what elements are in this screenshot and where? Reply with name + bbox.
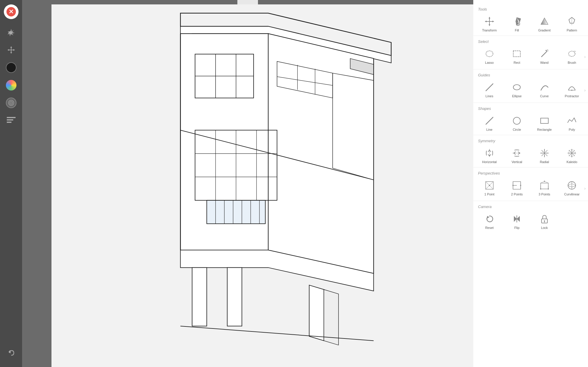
sym-horizontal-label: Horizontal	[482, 160, 497, 164]
back-button[interactable]	[4, 4, 19, 19]
drawing-canvas[interactable]	[51, 4, 473, 367]
tool-rect-select[interactable]: Rect	[503, 46, 531, 67]
tool-1point[interactable]: 1 Point	[476, 177, 503, 198]
curve-label: Curve	[540, 94, 549, 98]
svg-line-105	[573, 150, 575, 152]
camera-lock-icon	[539, 213, 550, 225]
tool-camera-reset[interactable]: Reset	[476, 211, 503, 232]
tool-protractor[interactable]: Protractor	[558, 79, 586, 100]
wand-label: Wand	[540, 61, 549, 64]
circle-label: Circle	[513, 128, 521, 131]
tool-curve[interactable]: Curve	[531, 79, 558, 100]
divider-6	[473, 201, 588, 201]
tool-poly[interactable]: Poly	[558, 113, 586, 134]
svg-rect-66	[513, 51, 520, 57]
svg-line-106	[569, 154, 571, 156]
shapes-section-grid: Line Circle Rectangle	[473, 113, 588, 134]
tool-camera-lock[interactable]: Lock	[531, 211, 558, 232]
back-icon	[9, 9, 14, 14]
wand-icon	[539, 48, 550, 60]
poly-label: Poly	[569, 128, 575, 131]
color-swatch-black	[6, 62, 16, 73]
tool-camera-flip[interactable]: Flip	[503, 211, 531, 232]
sym-kaleido-icon	[566, 147, 578, 159]
layers-icon	[7, 117, 16, 124]
tool-2points[interactable]: 2 Points	[503, 177, 531, 198]
lasso-icon	[484, 48, 495, 60]
camera-reset-label: Reset	[485, 226, 494, 229]
sidebar-item-gradient-color[interactable]	[4, 78, 19, 93]
section-label-tools: Tools	[473, 5, 588, 13]
svg-point-127	[544, 181, 545, 182]
svg-line-76	[486, 84, 493, 91]
tool-3points[interactable]: 3 Points	[531, 177, 558, 198]
svg-point-79	[571, 90, 572, 91]
right-panel: Tools Transform	[473, 0, 588, 367]
protractor-label: Protractor	[565, 94, 579, 98]
3points-icon	[539, 180, 550, 191]
tool-transform[interactable]: Transform	[476, 13, 503, 34]
tool-sym-vertical[interactable]: Vertical	[503, 145, 531, 166]
svg-point-128	[540, 188, 541, 190]
protractor-icon	[566, 81, 578, 93]
camera-lock-label: Lock	[541, 226, 548, 229]
fill-label: Fill	[515, 29, 519, 32]
svg-point-61	[517, 23, 519, 25]
tool-fill[interactable]: Fill	[503, 13, 531, 34]
ellipse-guide-label: Ellipse	[512, 94, 522, 98]
sym-kaleido-label: Kaleido	[567, 160, 577, 164]
tool-sym-horizontal[interactable]: Horizontal	[476, 145, 503, 166]
navigate-icon	[7, 28, 15, 36]
svg-point-129	[548, 188, 549, 190]
sidebar-item-undo[interactable]	[4, 346, 19, 361]
building-sketch	[51, 4, 473, 367]
tools-section-grid: Transform Fill	[473, 13, 588, 34]
svg-marker-134	[517, 216, 520, 222]
tool-gradient[interactable]: Gradient	[531, 13, 558, 34]
sym-vertical-icon	[511, 147, 523, 159]
tool-sym-radial[interactable]: Radial	[531, 145, 558, 166]
lasso-label: Lasso	[485, 61, 494, 64]
svg-line-104	[573, 154, 575, 156]
color-swatch-gradient	[6, 80, 16, 91]
tool-ellipse-guide[interactable]: Ellipse	[503, 79, 531, 100]
lines-icon	[484, 81, 495, 93]
svg-line-47	[180, 326, 374, 341]
tool-brush-select[interactable]: Brush	[558, 46, 586, 67]
select-section-row: Lasso Rect	[473, 46, 588, 68]
tool-curvilinear[interactable]: Curvilinear	[558, 177, 586, 198]
undo-icon	[7, 349, 16, 358]
sidebar-item-color[interactable]	[4, 60, 19, 75]
svg-point-77	[513, 85, 520, 90]
svg-marker-133	[514, 216, 517, 222]
2points-icon	[511, 180, 523, 191]
tool-lines[interactable]: Lines	[476, 79, 503, 100]
section-label-camera: Camera	[473, 202, 588, 211]
line-shape-label: Line	[486, 128, 492, 131]
fill-icon	[511, 16, 523, 27]
3points-label: 3 Points	[539, 192, 550, 196]
camera-flip-icon	[511, 213, 523, 225]
sidebar-item-layers[interactable]	[4, 113, 19, 128]
tool-sym-kaleido[interactable]: Kaleido	[558, 145, 586, 166]
tool-line-shape[interactable]: Line	[476, 113, 503, 134]
tool-rectangle[interactable]: Rectangle	[531, 113, 558, 134]
1point-label: 1 Point	[484, 192, 494, 196]
sidebar-item-opacity[interactable]	[4, 95, 19, 110]
svg-line-103	[569, 150, 571, 152]
sidebar-item-move[interactable]	[4, 43, 19, 57]
pattern-icon	[566, 16, 578, 27]
svg-rect-82	[541, 118, 548, 123]
tool-pattern[interactable]: Pattern	[558, 13, 586, 34]
svg-line-112	[489, 185, 493, 189]
rectangle-label: Rectangle	[537, 128, 552, 131]
pattern-label: Pattern	[567, 29, 577, 32]
sidebar-item-navigate[interactable]	[4, 25, 19, 40]
tool-wand[interactable]: Wand	[531, 46, 558, 67]
tool-circle[interactable]: Circle	[503, 113, 531, 134]
svg-line-80	[486, 117, 493, 124]
svg-point-98	[571, 152, 573, 154]
left-sidebar	[0, 0, 22, 367]
tool-lasso[interactable]: Lasso	[476, 46, 503, 67]
rect-select-icon	[511, 48, 523, 60]
